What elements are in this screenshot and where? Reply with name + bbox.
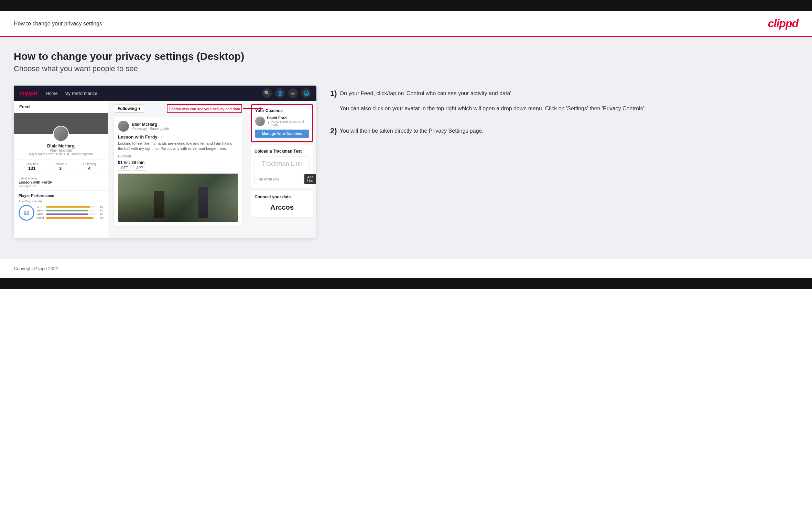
stat-following-label: Following	[83, 162, 96, 166]
bar-putt-val: 96	[96, 217, 103, 220]
feed-user-info: Blair McHarg Yesterday · Sunningdale	[132, 122, 169, 131]
instructions: 1) On your Feed, click/tap on 'Control w…	[330, 86, 798, 155]
instruction-step1: 1) On your Feed, click/tap on 'Control w…	[330, 89, 798, 113]
content-row: clippd Home My Performance 🔍 👤 ⊕ 🌐 Feed	[14, 86, 798, 238]
page-heading: How to change your privacy settings (Des…	[14, 51, 798, 62]
profile-avatar-inner	[54, 126, 68, 141]
feed-lesson-title: Lesson with Fordy	[118, 134, 238, 140]
coach-item: David Ford 📍 Royal North Devon Golf Club	[255, 116, 309, 127]
feed-duration-value: 01 hr : 30 min	[118, 160, 238, 165]
quality-bars: OTT 90 APP 85 ARG	[37, 205, 103, 220]
profile-stats: Activities 131 Followers 3 Following 4	[14, 159, 108, 174]
pin-icon: 📍	[267, 122, 270, 125]
add-link-row: Add Link	[255, 174, 310, 184]
perf-title: Player Performance	[19, 194, 103, 198]
bar-putt: PUTT 96	[37, 217, 103, 220]
stat-followers-value: 3	[54, 166, 67, 171]
coach-club: Royal North Devon Golf Club	[271, 120, 309, 127]
bar-ott-bg	[46, 206, 95, 208]
annotation-arrow	[243, 105, 263, 112]
latest-activity-label: Latest Activity	[19, 177, 103, 180]
bar-app-bg	[46, 210, 95, 211]
header: How to change your privacy settings clip…	[0, 11, 812, 37]
app-screenshot: clippd Home My Performance 🔍 👤 ⊕ 🌐 Feed	[14, 86, 316, 238]
quality-row: 92 OTT 90 APP 85	[19, 205, 103, 221]
feed-image	[118, 174, 238, 222]
control-link-wrapper: Control who can see your activity and da…	[167, 104, 242, 113]
bar-arg-label: ARG	[37, 213, 45, 216]
svg-marker-1	[260, 107, 263, 110]
search-icon[interactable]: 🔍	[262, 88, 272, 98]
stat-following-value: 4	[83, 166, 96, 171]
control-link[interactable]: Control who can see your activity and da…	[169, 107, 240, 111]
quality-label: Total Player Quality	[19, 200, 103, 203]
bar-putt-label: PUTT	[37, 217, 45, 220]
app-sidebar: Feed Blair McHarg Plus Handicap Royal No…	[14, 101, 108, 238]
control-link-box: Control who can see your activity and da…	[167, 104, 242, 113]
profile-icon[interactable]: 👤	[275, 88, 285, 98]
add-link-button[interactable]: Add Link	[304, 174, 316, 184]
feed-header: Following ▾ Control who can see your act…	[114, 104, 242, 113]
latest-activity-date: 03 Aug 2022	[19, 184, 103, 188]
coach-club-row: 📍 Royal North Devon Golf Club	[267, 120, 309, 127]
feed-user-avatar	[118, 121, 129, 132]
quality-score: 92	[19, 205, 34, 221]
feed-card-header: Blair McHarg Yesterday · Sunningdale	[118, 121, 238, 132]
trackman-card: Upload a Trackman Test Trackman Link Add…	[251, 145, 313, 188]
page-subheading: Choose what you want people to see	[14, 64, 798, 73]
feed-user-name: Blair McHarg	[132, 122, 169, 127]
profile-avatar	[53, 126, 69, 142]
stat-followers-label: Followers	[54, 162, 67, 166]
bar-app: APP 85	[37, 209, 103, 212]
feed-image-overlay	[118, 193, 238, 222]
app-nav-icons: 🔍 👤 ⊕ 🌐	[262, 88, 311, 98]
feed-card: Blair McHarg Yesterday · Sunningdale Les…	[114, 117, 242, 226]
bar-putt-fill	[46, 217, 93, 219]
feed-tag-app: APP	[133, 165, 146, 171]
step1-text-2: You can also click on your avatar in the…	[340, 104, 646, 113]
profile-club: Royal North Devon Golf Club, United King…	[14, 152, 108, 156]
main-content: How to change your privacy settings (Des…	[0, 37, 812, 259]
connect-title: Connect your data	[255, 195, 310, 199]
bottom-bar	[0, 278, 812, 289]
bar-arg-val: 86	[96, 213, 103, 216]
coach-info: David Ford 📍 Royal North Devon Golf Club	[267, 116, 309, 127]
stat-followers: Followers 3	[54, 162, 67, 171]
arccos-brand: Arccos	[255, 201, 310, 213]
trackman-input[interactable]	[255, 174, 303, 184]
bar-arg-bg	[46, 213, 95, 215]
footer-text: Copyright Clippd 2022	[14, 266, 58, 271]
stat-activities: Activities 131	[26, 162, 38, 171]
profile-name: Blair McHarg	[14, 143, 108, 148]
footer: Copyright Clippd 2022	[0, 259, 812, 278]
following-button[interactable]: Following ▾	[114, 104, 144, 113]
connect-card: Connect your data Arccos	[251, 191, 313, 217]
latest-activity: Latest Activity Lesson with Fordy 03 Aug…	[14, 174, 108, 191]
manage-coaches-button[interactable]: Manage Your Coaches	[255, 130, 309, 138]
app-body: Feed Blair McHarg Plus Handicap Royal No…	[14, 101, 316, 238]
notifications-icon[interactable]: ⊕	[288, 88, 298, 98]
instruction-step2: 2) You will then be taken directly to th…	[330, 126, 798, 137]
stat-following: Following 4	[83, 162, 96, 171]
bar-ott: OTT 90	[37, 205, 103, 208]
stat-activities-label: Activities	[26, 162, 38, 166]
logo: clippd	[768, 17, 798, 30]
top-bar	[0, 0, 812, 11]
feed-tab[interactable]: Feed	[14, 101, 108, 113]
bar-ott-fill	[46, 206, 90, 208]
nav-my-performance[interactable]: My Performance	[65, 91, 97, 96]
player-performance: Player Performance Total Player Quality …	[14, 191, 108, 223]
step2-text: You will then be taken directly to the P…	[340, 126, 484, 135]
bar-ott-val: 90	[96, 205, 103, 208]
feed-lesson-desc: Looking to feel like my hands are exitin…	[118, 141, 238, 152]
feed-tags: OTT APP	[118, 165, 238, 171]
feed-tag-ott: OTT	[118, 165, 131, 171]
profile-handicap: Plus Handicap	[14, 148, 108, 152]
avatar-icon[interactable]: 🌐	[301, 88, 311, 98]
stat-activities-value: 131	[26, 166, 38, 171]
bar-putt-bg	[46, 217, 95, 219]
nav-home[interactable]: Home	[46, 91, 58, 96]
following-label: Following	[118, 106, 137, 111]
coach-avatar	[255, 117, 265, 126]
following-chevron: ▾	[138, 106, 140, 111]
